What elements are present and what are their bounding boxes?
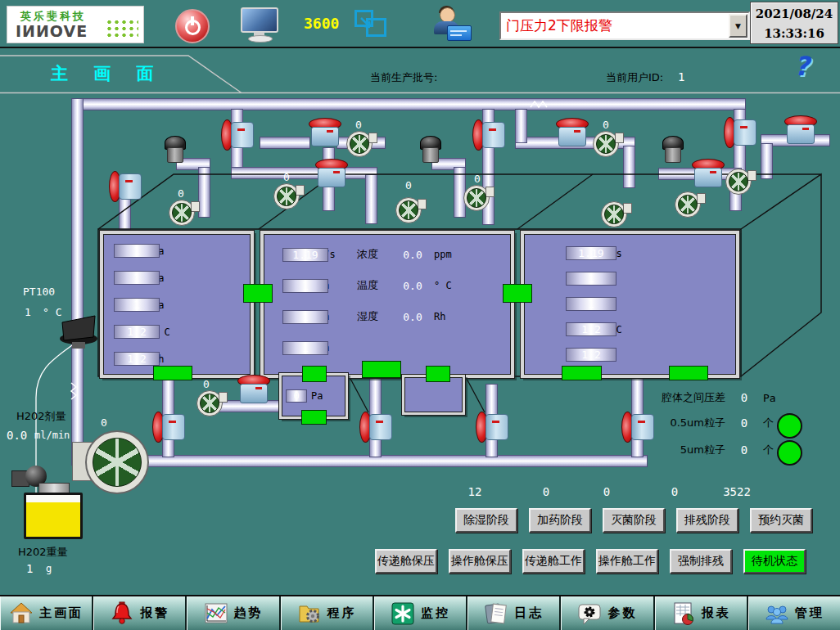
param-row: 腔压1Pa	[524, 266, 736, 291]
fan-value: 0	[178, 187, 184, 200]
param-value: 1	[283, 280, 327, 292]
nav-bar: 主画面 报警 趋势 程序 监控 日志 参数 报表	[0, 595, 840, 630]
transfer-hold-pressure-button[interactable]: 传递舱保压	[375, 549, 437, 574]
valve-manual	[472, 119, 505, 150]
nav-alarm[interactable]: 报警	[93, 596, 187, 630]
pipe	[120, 198, 130, 229]
param-value: 0	[725, 416, 763, 430]
valve-body	[694, 168, 722, 187]
right-chamber-panel: 风速1.19m/s 腔压1Pa 新压1Pa 温度1.2° C 湿度1.2Rh	[521, 231, 739, 378]
nav-program[interactable]: 程序	[281, 596, 374, 630]
param-row: 新压1Pa湿度0.0Rh	[264, 301, 511, 332]
connector	[153, 366, 192, 380]
dosing-stage-button[interactable]: 加药阶段	[529, 508, 591, 533]
help-icon[interactable]: ?	[794, 51, 810, 82]
h2o2-dose-value: 0.0	[7, 429, 27, 442]
valve-control	[554, 118, 589, 147]
connector	[301, 410, 327, 425]
scheduled-sterilize-button[interactable]: 预约灭菌	[750, 508, 812, 533]
time-text: 13:33:16	[751, 24, 838, 43]
nav-trend[interactable]: 趋势	[187, 596, 280, 630]
valve-indicator	[574, 130, 580, 133]
param-row: 排压1Pa	[264, 332, 511, 363]
param-row: 排压1Pa	[103, 291, 251, 318]
h2o2-weight-value: 1	[26, 562, 33, 575]
param-value: 1.19	[567, 247, 616, 259]
connector	[362, 361, 401, 378]
nav-main-screen[interactable]: 主画面	[0, 596, 93, 630]
alarm-dropdown[interactable]: 门压力2下限报警 ▼	[499, 11, 750, 40]
valve-control	[314, 159, 348, 188]
param-value: 0.0	[391, 311, 434, 323]
param-value: 1.2	[567, 349, 616, 361]
param-value: 1	[283, 311, 327, 323]
h2o2-weight-label: H202重量	[18, 545, 68, 560]
stage-counter: 0	[534, 485, 558, 498]
valve-body	[422, 147, 439, 163]
param-label: 0.5um粒子	[629, 416, 725, 430]
parameters-icon	[577, 601, 602, 626]
pt100-label: PT100	[23, 286, 55, 298]
force-purge-button[interactable]: 强制排残	[670, 549, 732, 574]
param-value: 0	[725, 443, 763, 457]
valve-body	[558, 127, 586, 146]
valve-body	[318, 168, 345, 187]
sterilize-stage-button[interactable]: 灭菌阶段	[603, 508, 665, 533]
valve-indicator	[237, 128, 245, 131]
fan-value: 0	[603, 119, 609, 131]
valve-body	[482, 122, 505, 148]
valve-indicator	[489, 128, 496, 131]
fan-value: 0	[203, 378, 210, 390]
param-row: 风速1.19m/s	[524, 241, 736, 266]
valve-indicator	[492, 421, 499, 423]
pipe	[135, 456, 647, 466]
param-row: 腔压1Pa	[103, 237, 251, 264]
operation-work-button[interactable]: 操作舱工作	[596, 549, 658, 574]
fan-icon	[725, 169, 752, 195]
param-label: 5um粒子	[629, 443, 725, 457]
purge-stage-button[interactable]: 排残阶段	[676, 508, 738, 533]
power-button[interactable]	[175, 9, 210, 43]
home-icon	[9, 601, 34, 626]
hmi-main-screen: 0 0 0 0 0 0 0 0 腔压1Pa 新压1Pa 排压1Pa 温度1.2°…	[0, 0, 840, 630]
param-value: 1.19	[283, 249, 327, 261]
monitor-asterisk-icon	[391, 601, 415, 626]
trend-chart-icon	[204, 601, 228, 626]
status-lamp	[777, 440, 802, 466]
transfer-work-button[interactable]: 传递舱工作	[522, 549, 585, 574]
stage-counter: 0	[594, 485, 619, 498]
operation-hold-pressure-button[interactable]: 操作舱保压	[449, 549, 511, 574]
pipe	[72, 99, 83, 465]
nav-report[interactable]: 报表	[655, 596, 748, 630]
pipe	[72, 99, 745, 110]
monitor-icon[interactable]	[241, 7, 278, 40]
dropdown-arrow-button[interactable]: ▼	[729, 14, 747, 38]
operator-card-icon[interactable]	[431, 6, 473, 43]
transfer-chamber-panel: 腔压1Pa 新压1Pa 排压1Pa 温度1.2° C 湿度1.2Rh	[100, 231, 254, 378]
param-value: 1	[115, 299, 159, 311]
id-card-icon	[447, 25, 472, 41]
power-icon	[191, 16, 194, 25]
fan-value: 0	[101, 416, 107, 429]
param-value: 1.2	[115, 326, 159, 338]
pipe	[516, 110, 526, 142]
valve-indicator	[740, 126, 747, 128]
param-value: 1	[283, 342, 327, 354]
valve-body	[787, 124, 815, 144]
nav-parameters[interactable]: 参数	[561, 596, 654, 630]
screen-switch-icon[interactable]	[355, 10, 389, 38]
nav-monitor[interactable]: 监控	[374, 596, 467, 630]
stage-counter: 3522	[719, 485, 755, 498]
logo-dots-icon	[106, 19, 138, 38]
nav-log[interactable]: 日志	[467, 596, 561, 630]
param-value: 0	[725, 391, 763, 404]
valve-body	[119, 173, 142, 200]
param-row: 腔压1Pa温度0.0° C	[264, 270, 511, 301]
cycle-counter: 3600	[304, 15, 339, 32]
user-id-label: 当前用户ID:	[606, 70, 663, 85]
nav-management[interactable]: 管理	[748, 596, 840, 630]
batch-label: 当前生产批号:	[370, 70, 437, 85]
dehumidify-stage-button[interactable]: 除湿阶段	[455, 508, 517, 533]
h2o2-dose-label: H202剂量	[16, 409, 66, 424]
standby-status-button[interactable]: 待机状态	[743, 549, 806, 574]
